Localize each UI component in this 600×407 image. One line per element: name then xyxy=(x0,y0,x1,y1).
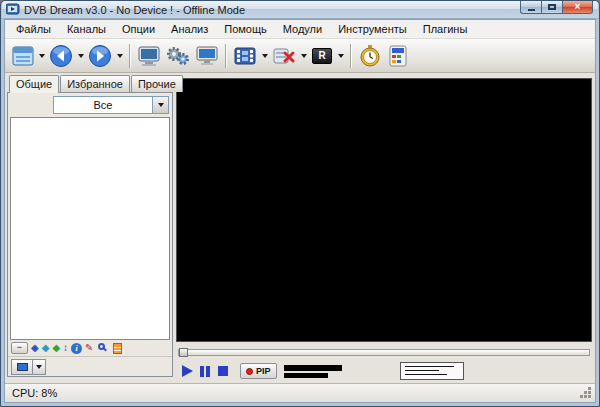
sidebar-tabpanel: Все − ◆ ◆ ◆ ↕ i ✎ xyxy=(7,92,173,377)
seek-bar[interactable] xyxy=(178,349,590,356)
client-area: Файлы Каналы Опции Анализ Помощь Модули … xyxy=(4,19,596,403)
seek-handle[interactable] xyxy=(179,348,188,357)
play-button[interactable] xyxy=(178,363,196,379)
diamond-cyan-icon[interactable]: ◆ xyxy=(42,342,50,354)
next-channel-dropdown[interactable] xyxy=(114,42,125,70)
toolbar-separator xyxy=(225,44,227,68)
level-bar-bottom xyxy=(284,373,328,378)
chevron-down-icon xyxy=(117,54,123,58)
record-dropdown[interactable] xyxy=(335,42,346,70)
filter-row: Все xyxy=(8,93,172,117)
minimize-button[interactable] xyxy=(520,1,541,14)
previous-channel-button[interactable] xyxy=(47,42,75,70)
toolbar-separator xyxy=(350,44,352,68)
menu-tools[interactable]: Инструменты xyxy=(330,20,415,38)
scheduler-button[interactable] xyxy=(356,42,384,70)
main-content: Общие Избранное Прочие Все − ◆ xyxy=(5,73,595,383)
settings-button[interactable] xyxy=(163,42,193,70)
channel-list-button[interactable] xyxy=(10,42,36,70)
edit-icon[interactable]: ✎ xyxy=(85,342,93,354)
titlebar[interactable]: DVB Dream v3.0 - No Device ! - Offline M… xyxy=(2,1,598,19)
maximize-button[interactable] xyxy=(541,1,562,14)
channel-list-toolbar: − ◆ ◆ ◆ ↕ i ✎ xyxy=(8,340,172,356)
pip-label: PIP xyxy=(256,366,271,376)
view-mode-button[interactable] xyxy=(11,359,33,375)
pause-icon xyxy=(200,366,204,377)
forward-circle-icon xyxy=(88,44,112,68)
remote-icon xyxy=(386,44,410,68)
tv-icon xyxy=(137,45,161,67)
menu-help[interactable]: Помощь xyxy=(216,20,275,38)
info-icon[interactable]: i xyxy=(71,343,82,354)
cpu-usage: CPU: 8% xyxy=(12,387,57,399)
app-icon xyxy=(6,3,20,16)
diamond-blue-icon[interactable]: ◆ xyxy=(31,342,39,354)
level-bars xyxy=(284,365,342,378)
channel-list-icon xyxy=(12,46,34,66)
record-button[interactable]: R xyxy=(309,42,335,70)
tab-general[interactable]: Общие xyxy=(9,75,59,93)
notes-icon[interactable] xyxy=(113,343,122,354)
red-x-icon xyxy=(272,45,296,67)
resize-grip[interactable] xyxy=(588,395,591,398)
diamond-green-icon[interactable]: ◆ xyxy=(52,342,60,354)
caption-buttons: × xyxy=(520,1,593,14)
back-circle-icon xyxy=(49,44,73,68)
menu-files[interactable]: Файлы xyxy=(8,20,59,38)
menu-channels[interactable]: Каналы xyxy=(59,20,114,38)
playback-controls: PIP xyxy=(178,361,590,381)
close-button[interactable]: × xyxy=(562,1,593,14)
statusbar: CPU: 8% xyxy=(5,383,595,402)
close-file-button[interactable] xyxy=(270,42,298,70)
view-mode-dropdown[interactable] xyxy=(33,359,46,375)
play-icon xyxy=(182,365,193,377)
tab-favorites[interactable]: Избранное xyxy=(60,75,130,92)
menu-options[interactable]: Опции xyxy=(114,20,163,38)
search-icon[interactable] xyxy=(97,342,110,355)
chevron-down-icon xyxy=(301,54,307,58)
pause-button[interactable] xyxy=(196,363,214,379)
previous-channel-dropdown[interactable] xyxy=(75,42,86,70)
sidebar-tabs: Общие Избранное Прочие xyxy=(7,75,173,93)
window-title: DVB Dream v3.0 - No Device ! - Offline M… xyxy=(24,4,245,16)
group-filter-dropdown-button[interactable] xyxy=(152,97,168,113)
pip-record-button[interactable]: PIP xyxy=(240,363,277,379)
channel-list[interactable] xyxy=(10,117,170,340)
stopwatch-icon xyxy=(358,44,382,68)
collapse-button[interactable]: − xyxy=(11,342,28,354)
chevron-down-icon xyxy=(338,54,344,58)
close-file-dropdown[interactable] xyxy=(298,42,309,70)
channel-list-dropdown[interactable] xyxy=(36,42,47,70)
next-channel-button[interactable] xyxy=(86,42,114,70)
teletext-button[interactable] xyxy=(384,42,412,70)
group-filter-combo[interactable]: Все xyxy=(53,96,169,114)
chevron-down-icon xyxy=(158,103,164,107)
tv-mode-button[interactable] xyxy=(135,42,163,70)
play-media-file-button[interactable] xyxy=(231,42,259,70)
tab-others[interactable]: Прочие xyxy=(131,75,183,92)
menu-modules[interactable]: Модули xyxy=(275,20,330,38)
level-bar-top xyxy=(284,365,342,371)
app-window: DVB Dream v3.0 - No Device ! - Offline M… xyxy=(0,0,600,407)
maximize-icon xyxy=(548,4,556,10)
menu-analysis[interactable]: Анализ xyxy=(163,20,216,38)
record-dot-icon xyxy=(246,368,253,375)
stop-button[interactable] xyxy=(214,363,232,379)
display-button[interactable] xyxy=(193,42,221,70)
stop-icon xyxy=(218,366,228,376)
mini-monitor-icon xyxy=(17,363,28,371)
group-filter-value: Все xyxy=(54,97,152,113)
record-r-icon: R xyxy=(312,48,332,64)
move-updown-icon[interactable]: ↕ xyxy=(63,342,68,354)
sidebar-bottom-row xyxy=(8,356,172,376)
channel-sidebar: Общие Избранное Прочие Все − ◆ xyxy=(7,75,173,377)
chevron-down-icon xyxy=(262,54,268,58)
gears-icon xyxy=(165,45,191,67)
chevron-down-icon xyxy=(39,54,45,58)
play-media-file-dropdown[interactable] xyxy=(259,42,270,70)
close-icon: × xyxy=(575,2,581,12)
menu-plugins[interactable]: Плагины xyxy=(415,20,476,38)
video-area[interactable] xyxy=(176,78,592,342)
signal-meter xyxy=(400,362,464,380)
chevron-down-icon xyxy=(36,365,42,369)
